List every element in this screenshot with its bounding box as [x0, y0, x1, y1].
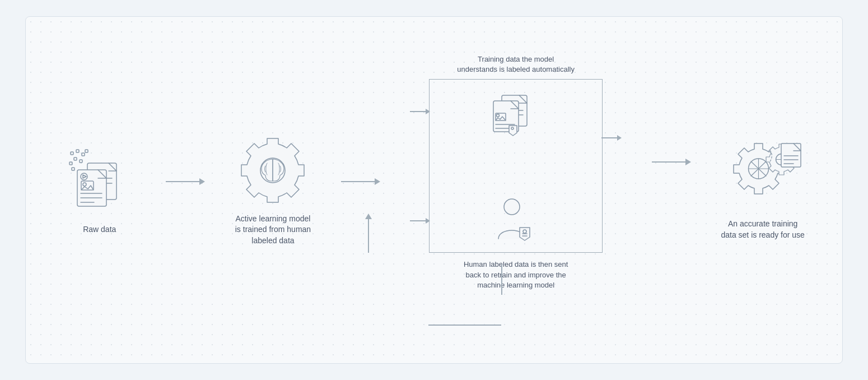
arrow-3	[652, 159, 691, 165]
arrow-2	[341, 178, 380, 185]
svg-rect-3	[74, 157, 77, 160]
svg-rect-0	[71, 152, 73, 155]
diagram-container: Raw data	[25, 16, 843, 364]
svg-rect-1	[76, 150, 79, 152]
middle-section: Training data the model understands is l…	[410, 54, 622, 326]
svg-rect-2	[82, 153, 85, 156]
loop-box	[429, 79, 603, 253]
step-raw-data: Raw data	[63, 145, 136, 235]
feedback-label: Human labeled data is then sent back to …	[464, 259, 568, 290]
raw-data-icon	[63, 145, 136, 217]
raw-data-label: Raw data	[83, 224, 116, 235]
output-label: An accurate training data set is ready f…	[721, 219, 804, 240]
active-learning-label: Active learning model is trained from hu…	[235, 214, 311, 247]
output-icon	[721, 139, 805, 212]
step-active-learning: Active learning model is trained from hu…	[235, 134, 311, 247]
svg-rect-6	[85, 150, 88, 152]
arrow-1	[166, 178, 205, 185]
svg-rect-5	[69, 162, 72, 165]
svg-point-31	[504, 199, 520, 215]
svg-rect-7	[72, 168, 74, 170]
step-output: An accurate training data set is ready f…	[721, 139, 805, 240]
svg-rect-4	[80, 160, 82, 163]
active-learning-icon	[236, 134, 309, 207]
auto-label-text: Training data the model understands is l…	[457, 54, 575, 75]
